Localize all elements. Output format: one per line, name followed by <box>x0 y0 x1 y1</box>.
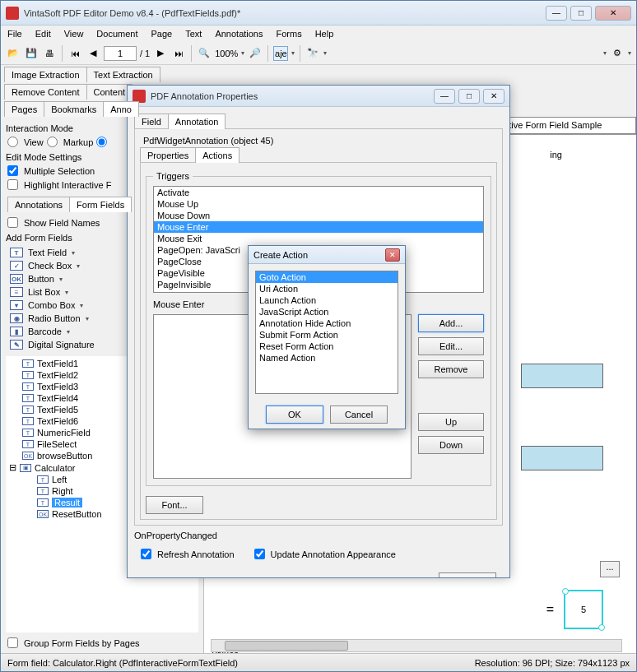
collapse-icon[interactable]: ⊟ <box>9 462 16 473</box>
trigger-item[interactable]: Mouse Down <box>154 210 483 221</box>
trigger-item[interactable]: Activate <box>154 187 483 198</box>
tool-dropdown-icon[interactable]: ▾ <box>628 49 631 57</box>
horizontal-scrollbar[interactable] <box>211 639 622 652</box>
create-action-title: Create Action <box>253 250 385 260</box>
group-by-pages-checkbox[interactable] <box>7 637 18 648</box>
action-item[interactable]: Launch Action <box>256 294 398 306</box>
markup-radio[interactable] <box>47 137 58 147</box>
tab-bookmarks[interactable]: Bookmarks <box>44 101 104 117</box>
highlight-label: Highlight Interactive F <box>24 180 111 190</box>
listbox-icon: ≡ <box>10 287 23 297</box>
menu-file[interactable]: File <box>7 29 22 39</box>
minimize-button[interactable]: ― <box>546 6 567 21</box>
doc-browse-button[interactable]: ... <box>600 561 620 577</box>
tab-text-extraction[interactable]: Text Extraction <box>86 67 160 82</box>
tab-annotation[interactable]: Annotation <box>168 114 226 129</box>
print-icon[interactable]: 🖶 <box>42 46 57 61</box>
first-page-icon[interactable]: ⏮ <box>67 46 82 61</box>
multiple-selection-checkbox[interactable] <box>7 165 18 176</box>
tool-icon[interactable]: ⚙ <box>610 46 625 61</box>
action-type-list[interactable]: Goto Action Uri Action Launch Action Jav… <box>255 271 398 394</box>
text-field-icon: T <box>22 429 34 437</box>
edit-button[interactable]: Edit... <box>418 337 484 355</box>
menu-page[interactable]: Page <box>151 29 173 39</box>
last-page-icon[interactable]: ⏭ <box>171 46 186 61</box>
trigger-item-selected[interactable]: Mouse Enter <box>154 221 483 233</box>
prev-page-icon[interactable]: ◀ <box>86 46 100 61</box>
action-item[interactable]: Uri Action <box>256 283 398 294</box>
tab-properties[interactable]: Properties <box>140 147 196 163</box>
close-button[interactable]: ✕ <box>595 6 631 21</box>
doc-field-2[interactable] <box>521 446 603 470</box>
trigger-item[interactable]: Mouse Up <box>154 198 483 210</box>
tab-remove-content[interactable]: Remove Content <box>4 84 87 100</box>
menu-edit[interactable]: Edit <box>35 29 51 39</box>
settings-dropdown-icon[interactable]: ▾ <box>603 49 607 57</box>
tab-content[interactable]: Content <box>86 84 133 100</box>
combobox-icon: ▾ <box>10 300 23 310</box>
action-item[interactable]: Named Action <box>256 352 398 364</box>
action-item[interactable]: Submit Form Action <box>256 329 398 341</box>
trigger-item[interactable]: Mouse Exit <box>154 233 483 244</box>
font-button[interactable]: Font... <box>146 496 203 514</box>
cancel-button[interactable]: Cancel <box>330 406 388 424</box>
status-right: Resolution: 96 DPI; Size: 794x1123 px <box>475 658 630 668</box>
create-action-close-button[interactable]: ✕ <box>385 248 400 262</box>
action-item[interactable]: Annotation Hide Action <box>256 317 398 329</box>
text-field-icon: T <box>37 487 49 495</box>
menu-annotations[interactable]: Annotations <box>215 29 263 39</box>
action-item-selected[interactable]: Goto Action <box>256 271 398 283</box>
on-property-label: OnPropertyChanged <box>134 531 503 540</box>
page-number-input[interactable] <box>104 46 137 61</box>
tab-annotations[interactable]: Annotations <box>7 197 70 212</box>
maximize-button[interactable]: □ <box>570 6 592 21</box>
save-icon[interactable]: 💾 <box>24 46 39 61</box>
next-page-icon[interactable]: ▶ <box>153 46 168 61</box>
ok-button[interactable]: OK <box>266 406 323 424</box>
open-icon[interactable]: 📂 <box>6 46 21 61</box>
tab-field[interactable]: Field <box>134 114 169 129</box>
dialog-close-button[interactable]: ✕ <box>483 89 504 104</box>
tab-anno[interactable]: Anno <box>103 101 139 117</box>
up-button[interactable]: Up <box>418 413 484 431</box>
action-item[interactable]: Reset Form Action <box>256 341 398 352</box>
refresh-checkbox[interactable] <box>141 549 151 559</box>
window-controls: ― □ ✕ <box>546 6 631 21</box>
text-tool-icon[interactable]: aje <box>273 46 288 61</box>
action-item[interactable]: JavaScript Action <box>256 306 398 317</box>
zoom-in-icon[interactable]: 🔎 <box>248 46 263 61</box>
tab-form-fields[interactable]: Form Fields <box>69 197 132 212</box>
tab-actions[interactable]: Actions <box>195 147 239 163</box>
zoom-out-icon[interactable]: 🔍 <box>197 46 212 61</box>
doc-field-1[interactable] <box>521 364 603 388</box>
create-action-dialog: Create Action ✕ Goto Action Uri Action L… <box>248 245 406 429</box>
menu-document[interactable]: Document <box>96 29 137 39</box>
menu-forms[interactable]: Forms <box>277 29 302 39</box>
multiple-selection-label: Multiple Selection <box>24 166 95 176</box>
scrollbar-thumb[interactable] <box>225 641 348 651</box>
find-dropdown-icon[interactable]: ▾ <box>323 49 327 57</box>
text-field-icon: T <box>22 359 34 368</box>
show-field-names-checkbox[interactable] <box>7 217 18 228</box>
menu-text[interactable]: Text <box>185 29 202 39</box>
update-checkbox[interactable] <box>254 549 265 559</box>
app-icon <box>6 7 19 20</box>
view-radio[interactable] <box>7 137 18 147</box>
tab-image-extraction[interactable]: Image Extraction <box>4 67 87 82</box>
add-button[interactable]: Add... <box>418 314 484 332</box>
edit-radio[interactable] <box>96 137 107 147</box>
down-button[interactable]: Down <box>418 436 484 454</box>
dialog-maximize-button[interactable]: □ <box>458 89 480 104</box>
menu-view[interactable]: View <box>64 29 84 39</box>
remove-button[interactable]: Remove <box>418 360 484 378</box>
text-dropdown-icon[interactable]: ▾ <box>291 49 295 57</box>
doc-result-field[interactable]: 5 <box>564 590 603 629</box>
close-dialog-button[interactable]: Close <box>439 572 496 577</box>
tab-pages[interactable]: Pages <box>4 101 44 117</box>
find-icon[interactable]: 🔭 <box>305 46 320 61</box>
menu-help[interactable]: Help <box>315 29 334 39</box>
triggers-legend: Triggers <box>153 171 193 181</box>
dialog-minimize-button[interactable]: ― <box>434 89 455 104</box>
zoom-dropdown-icon[interactable]: ▾ <box>241 49 244 57</box>
highlight-checkbox[interactable] <box>7 179 18 190</box>
